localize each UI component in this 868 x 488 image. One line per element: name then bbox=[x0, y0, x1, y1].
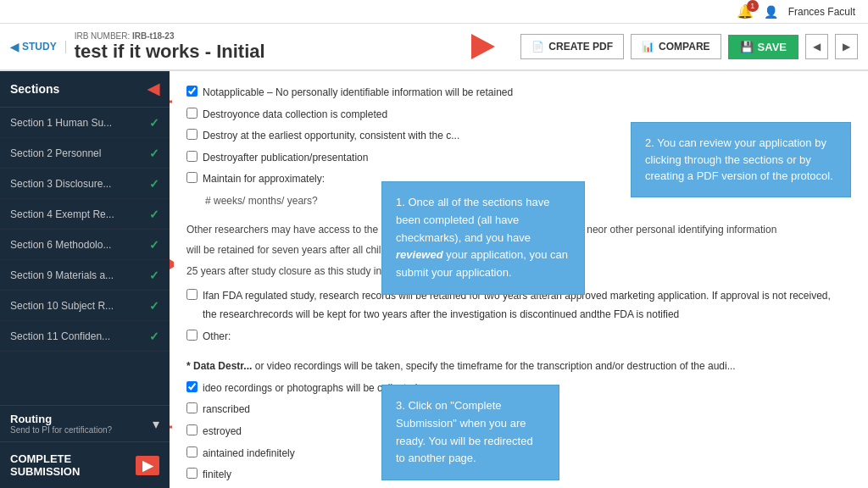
nav-next-button[interactable]: ▶ bbox=[835, 34, 858, 59]
sidebar-item-section3[interactable]: Section 3 Disclosure... ✓ bbox=[0, 169, 170, 199]
create-pdf-button[interactable]: 📄 CREATE PDF bbox=[520, 34, 624, 59]
back-study-label: STUDY bbox=[22, 41, 57, 53]
sidebar-item-label: Section 10 Subject R... bbox=[10, 300, 149, 312]
back-arrow-icon: ◀ bbox=[10, 41, 19, 53]
complete-submission-button[interactable]: COMPLETE SUBMISSION ▶ bbox=[0, 441, 170, 488]
sidebar-item-label: Section 1 Human Su... bbox=[10, 117, 149, 129]
section11-checkmark-icon: ✓ bbox=[149, 330, 159, 343]
section3-checkmark-icon: ✓ bbox=[149, 177, 159, 191]
user-name: Frances Facult bbox=[788, 6, 855, 18]
pdf-icon: 📄 bbox=[531, 41, 544, 53]
sidebar-item-section2[interactable]: Section 2 Personnel ✓ bbox=[0, 138, 170, 169]
save-icon: 💾 bbox=[740, 41, 754, 53]
section2-checkmark-icon: ✓ bbox=[149, 147, 159, 160]
sidebar-item-label: Section 3 Disclosure... bbox=[10, 178, 149, 190]
sidebar-item-label: Section 6 Methodolo... bbox=[10, 239, 149, 251]
section9-checkmark-icon: ✓ bbox=[149, 269, 159, 282]
svg-marker-4 bbox=[170, 259, 174, 269]
sidebar-item-section9[interactable]: Section 9 Materials a... ✓ bbox=[0, 260, 170, 291]
irb-number: IRB NUMBER: IRB-t18-23 bbox=[75, 31, 464, 41]
checkbox-video-destroyed-label: estroyed bbox=[203, 423, 242, 441]
nav-prev-button[interactable]: ◀ bbox=[805, 34, 828, 59]
tooltip-2-text: 2. You can review your application by cl… bbox=[645, 136, 833, 182]
section10-checkmark-icon: ✓ bbox=[149, 299, 159, 313]
section4-checkmark-icon: ✓ bbox=[149, 208, 159, 221]
red-arrow-sidebar-bracket bbox=[170, 71, 174, 488]
red-arrow-indicator bbox=[471, 34, 514, 59]
routing-chevron-icon: ▾ bbox=[153, 416, 159, 432]
sidebar-item-section6[interactable]: Section 6 Methodolo... ✓ bbox=[0, 230, 170, 260]
sidebar-item-section11[interactable]: Section 11 Confiden... ✓ bbox=[0, 321, 170, 352]
sidebar-item-section4[interactable]: Section 4 Exempt Re... ✓ bbox=[0, 199, 170, 230]
checkbox-other[interactable]: Other: bbox=[186, 328, 851, 347]
checkbox-destroy-once-label: Destroyonce data collection is completed bbox=[203, 106, 387, 125]
checkbox-video-transcribed-label: ranscribed bbox=[203, 401, 250, 419]
checkbox-destroy-earliest-label: Destroy at the earliest opportunity, con… bbox=[203, 127, 459, 146]
checkbox-video-maintained-label: aintained indefinitely bbox=[203, 445, 295, 463]
page-title: test if it works - Initial bbox=[75, 41, 464, 63]
checkbox-maintain-label: Maintain for approximately: bbox=[203, 170, 325, 189]
tooltip-box-1: 1. Once all of the sections have been co… bbox=[381, 181, 585, 295]
section1-checkmark-icon: ✓ bbox=[149, 116, 159, 130]
sidebar-item-label: Section 4 Exempt Re... bbox=[10, 208, 149, 220]
checkbox-video-finitely-label: finitely bbox=[203, 466, 231, 485]
notification-badge: 1 bbox=[747, 0, 759, 12]
checkbox-not-applicable-label: Notapplicable – No personally identifiab… bbox=[203, 84, 513, 103]
section6-checkmark-icon: ✓ bbox=[149, 238, 159, 252]
routing-sublabel: Send to PI for certification? bbox=[10, 425, 112, 435]
sidebar-collapse-icon[interactable]: ◀ bbox=[147, 80, 159, 98]
checkbox-destroy-once[interactable]: Destroyonce data collection is completed bbox=[186, 106, 851, 125]
complete-submission-arrow-icon: ▶ bbox=[136, 456, 159, 475]
sidebar-item-section10[interactable]: Section 10 Subject R... ✓ bbox=[0, 291, 170, 321]
tooltip-box-3: 3. Click on "Complete Submission" when y… bbox=[381, 385, 559, 480]
sidebar-item-label: Section 11 Confiden... bbox=[10, 330, 149, 342]
tooltip-3-text: 3. Click on "Complete Submission" when y… bbox=[396, 399, 533, 464]
sidebar-item-label: Section 2 Personnel bbox=[10, 147, 149, 159]
compare-button[interactable]: 📊 COMPARE bbox=[631, 34, 721, 59]
sidebar-item-section1[interactable]: Section 1 Human Su... ✓ bbox=[0, 108, 170, 138]
tooltip-1-text: 1. Once all of the sections have been co… bbox=[396, 196, 568, 279]
notification-icon[interactable]: 🔔 1 bbox=[737, 3, 754, 19]
save-button[interactable]: 💾 SAVE bbox=[728, 35, 798, 59]
checkbox-not-applicable[interactable]: Notapplicable – No personally identifiab… bbox=[186, 84, 851, 103]
tooltip-box-2: 2. You can review your application by cl… bbox=[631, 122, 851, 197]
routing-label: Routing bbox=[10, 413, 112, 425]
data-destruction-label: * Data Destr... or video recordings will… bbox=[186, 358, 851, 376]
checkbox-destroy-after-label: Destroyafter publication/presentation bbox=[203, 149, 368, 168]
back-study-button[interactable]: ◀ STUDY bbox=[10, 41, 66, 53]
checkbox-other-label: Other: bbox=[203, 328, 231, 347]
complete-submission-label: COMPLETE SUBMISSION bbox=[10, 452, 136, 478]
routing-section[interactable]: Routing Send to PI for certification? ▾ bbox=[0, 405, 170, 441]
sections-label: Sections bbox=[10, 82, 59, 96]
user-avatar-icon: 👤 bbox=[764, 5, 778, 19]
compare-icon: 📊 bbox=[642, 41, 654, 53]
sidebar-item-label: Section 9 Materials a... bbox=[10, 269, 149, 281]
